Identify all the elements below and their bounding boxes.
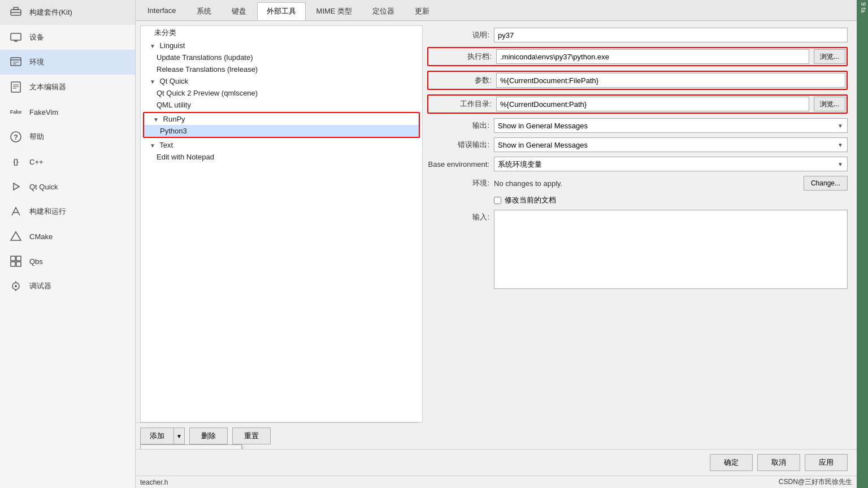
description-input[interactable] (494, 28, 848, 42)
sidebar-item-help[interactable]: ? 帮助 (0, 124, 135, 149)
confirm-button[interactable]: 确定 (710, 454, 753, 471)
arrow-qtquick: ▼ (150, 79, 155, 85)
tree-item-qml-utility[interactable]: QML utility (141, 99, 422, 111)
tree-item-linguist[interactable]: ▼ Linguist (141, 40, 422, 51)
error-output-label: 错误输出: (427, 140, 489, 150)
reset-button[interactable]: 重置 (232, 427, 271, 444)
tree-item-lupdate[interactable]: Update Translations (lupdate) (141, 51, 422, 63)
status-right: CSDN@三好市民徐先生 (779, 477, 852, 487)
apply-button[interactable]: 应用 (805, 454, 848, 471)
tab-keyboard[interactable]: 键盘 (222, 2, 256, 20)
modify-checkbox[interactable] (494, 197, 501, 204)
sidebar-item-cmake[interactable]: CMake (0, 224, 135, 249)
base-env-label: Base environment: (427, 160, 489, 169)
tree-item-python3[interactable]: Python3 (144, 125, 419, 137)
right-panel: 说明: 执行档: 浏览... 参数: 工作目录: 浏览... (418, 21, 857, 449)
accent-text: 9 fa (857, 0, 868, 15)
sidebar-item-buildrun[interactable]: 构建和运行 (0, 199, 135, 224)
svg-rect-22 (16, 262, 21, 266)
texteditor-icon (9, 80, 23, 94)
svg-marker-18 (11, 232, 21, 240)
tab-system[interactable]: 系统 (187, 2, 221, 20)
tree-item-text-group[interactable]: ▼ Text (141, 139, 422, 151)
sidebar-label-kit: 构建套件(Kit) (29, 7, 72, 18)
tree-item-qmlscene[interactable]: Qt Quick 2 Preview (qmlscene) (141, 87, 422, 99)
sidebar: 构建套件(Kit) 设备 环境 (0, 0, 136, 488)
sidebar-item-kit[interactable]: 构建套件(Kit) (0, 0, 135, 25)
params-input[interactable] (496, 73, 845, 88)
tab-interface[interactable]: Interface (138, 2, 186, 20)
error-output-select[interactable]: Show in General Messages Ignore (494, 137, 848, 152)
output-select[interactable]: Show in General Messages Ignore Replace … (494, 118, 848, 133)
svg-rect-19 (11, 256, 15, 261)
input-row: 输入: (427, 210, 848, 289)
status-bar: teacher.h CSDN@三好市民徐先生 (136, 476, 857, 488)
modify-checkbox-row: 修改当前的文档 (494, 195, 848, 205)
description-row: 说明: (427, 28, 848, 42)
delete-button[interactable]: 删除 (189, 427, 228, 444)
tab-update[interactable]: 更新 (405, 2, 439, 20)
debugger-icon (9, 279, 23, 293)
sidebar-label-environment: 环境 (29, 57, 44, 67)
sidebar-item-environment[interactable]: 环境 (0, 50, 135, 75)
sidebar-item-qtquick[interactable]: Qt Quick (0, 174, 135, 199)
cancel-button[interactable]: 取消 (757, 454, 800, 471)
add-dropdown-arrow[interactable]: ▼ (173, 427, 185, 444)
change-button[interactable]: Change... (804, 176, 848, 191)
workdir-input[interactable] (496, 97, 809, 111)
tab-locator[interactable]: 定位器 (363, 2, 404, 20)
description-label: 说明: (427, 30, 489, 40)
browse-button-1[interactable]: 浏览... (814, 49, 845, 64)
params-label: 参数: (429, 75, 492, 85)
tab-external-tools[interactable]: 外部工具 (257, 2, 306, 20)
sidebar-label-fakevim: FakeVim (29, 108, 58, 116)
arrow-linguist: ▼ (150, 43, 155, 49)
sidebar-item-cpp[interactable]: {} C++ (0, 149, 135, 174)
base-env-select-wrapper: 系统环境变量 无 ▼ (494, 157, 848, 171)
add-button[interactable]: 添加 (140, 427, 173, 444)
executable-label: 执行档: (429, 51, 492, 62)
svg-rect-1 (14, 7, 18, 10)
tree-item-lrelease[interactable]: Release Translations (lrelease) (141, 63, 422, 75)
tree-item-uncategorized[interactable]: 未分类 (141, 26, 422, 40)
environment-row: 环境: No changes to apply. Change... (427, 176, 848, 191)
input-textarea[interactable] (494, 210, 848, 289)
svg-marker-16 (14, 183, 19, 190)
sidebar-label-texteditor: 文本编辑器 (29, 82, 66, 92)
sidebar-item-texteditor[interactable]: 文本编辑器 (0, 75, 135, 100)
tree-item-runpy[interactable]: ▼ RunPy (144, 113, 419, 125)
sidebar-item-fakevim[interactable]: Fake FakeVim (0, 100, 135, 124)
tree-item-qtquick-group[interactable]: ▼ Qt Quick (141, 75, 422, 87)
tree-item-notepad[interactable]: Edit with Notepad (141, 151, 422, 163)
sidebar-label-device: 设备 (29, 32, 44, 42)
executable-input[interactable] (496, 49, 809, 64)
main-content: Interface 系统 键盘 外部工具 MIME 类型 定位器 更新 (136, 0, 857, 488)
cmake-icon (9, 230, 23, 243)
buildrun-icon (9, 205, 23, 218)
svg-rect-3 (11, 33, 21, 40)
base-env-select[interactable]: 系统环境变量 无 (494, 157, 848, 171)
sidebar-item-qbs[interactable]: Qbs (0, 249, 135, 274)
add-tool-item[interactable]: 添加工具 2 (141, 445, 241, 449)
workdir-row: 工作目录: 浏览... (427, 94, 848, 114)
arrow-text: ▼ (150, 142, 155, 149)
sidebar-item-debugger[interactable]: 调试器 (0, 274, 135, 299)
svg-rect-21 (11, 262, 15, 266)
environment-value: No changes to apply. (494, 179, 799, 188)
output-row: 输出: Show in General Messages Ignore Repl… (427, 118, 848, 133)
output-label: 输出: (427, 120, 489, 131)
tree-panel: 未分类 ▼ Linguist Update Translations (lupd… (140, 25, 423, 422)
sidebar-label-buildrun: 构建和运行 (29, 206, 66, 217)
base-env-row: Base environment: 系统环境变量 无 ▼ (427, 157, 848, 171)
svg-text:?: ? (14, 133, 18, 141)
runpy-group-highlight: ▼ RunPy Python3 (143, 112, 420, 138)
browse-button-2[interactable]: 浏览... (814, 97, 845, 111)
arrow-runpy: ▼ (153, 116, 159, 123)
output-select-wrapper: Show in General Messages Ignore Replace … (494, 118, 848, 133)
tab-mime[interactable]: MIME 类型 (307, 2, 362, 20)
environment-icon (9, 55, 23, 69)
cpp-icon: {} (9, 155, 23, 169)
svg-rect-20 (16, 256, 21, 261)
add-btn-group: 添加 ▼ 添加工具 2 添加目录 (140, 427, 185, 444)
sidebar-item-device[interactable]: 设备 (0, 25, 135, 50)
